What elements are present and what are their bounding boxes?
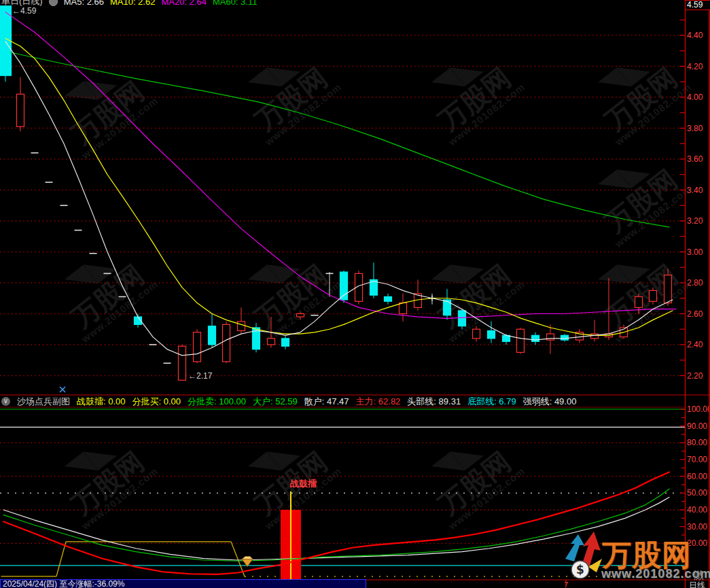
price-axis-label: 3.40 xyxy=(687,186,709,194)
high-price-annotation: ←4.59 xyxy=(12,6,36,16)
candle-up xyxy=(400,303,407,314)
candle-up xyxy=(591,334,599,339)
price-axis-label: 4.40 xyxy=(687,31,709,39)
chart-canvas xyxy=(0,0,710,588)
price-axis-label: 3.00 xyxy=(687,248,709,256)
price-marker-box: 4.59 xyxy=(685,0,710,10)
signal-label: 战鼓擂 xyxy=(290,478,317,490)
sub-axis-label: 100.00 xyxy=(687,405,709,413)
candle-up xyxy=(650,290,657,301)
candle-up xyxy=(517,329,525,352)
price-axis-label: 2.80 xyxy=(687,279,709,287)
trading-app-window: ◥◣万股网www.201082.com◥◣万股网www.201082.com◥◣… xyxy=(0,0,710,588)
indicator-name: 沙场点兵副图 xyxy=(17,396,70,407)
candle-up xyxy=(223,324,230,362)
collapse-chevron-icon[interactable]: ∨ xyxy=(1,397,10,406)
ma20-legend: MA20: 2.64 xyxy=(161,0,207,7)
candle-down xyxy=(561,335,569,340)
ma10-legend: MA10: 2.62 xyxy=(110,0,156,7)
diamond-icon xyxy=(242,556,253,559)
ma60-legend: MA60: 3.11 xyxy=(213,0,258,7)
svg-text:$: $ xyxy=(576,563,584,576)
candle-down xyxy=(459,311,466,326)
low-price-annotation: ←2.17 xyxy=(188,371,212,381)
price-axis-label: 2.40 xyxy=(687,341,709,349)
price-axis-label: 2.20 xyxy=(687,372,709,380)
price-axis-label: 3.60 xyxy=(687,155,709,163)
price-axis-label: 4.00 xyxy=(687,93,709,101)
main-chart-header: 单日(日线) MA5: 2.66 MA10: 2.62 MA20: 2.64 M… xyxy=(1,0,257,7)
price-axis-label: 4.20 xyxy=(687,63,709,71)
candle-down xyxy=(282,339,289,346)
sub-axis-label: 70.00 xyxy=(687,455,709,464)
candle-down xyxy=(488,331,495,339)
status-bar: 2025/04/24(四) 至今涨幅:-36.09% xyxy=(0,579,366,588)
candle-up xyxy=(238,322,245,331)
ma-line-MA5 xyxy=(5,41,673,356)
candle-up xyxy=(664,275,672,303)
field-toubuxian: 头部线: 89.31 xyxy=(407,396,461,407)
sub-axis-label: 60.00 xyxy=(687,472,709,481)
sub-axis-label: 90.00 xyxy=(687,422,709,430)
ma-line-MA60 xyxy=(10,52,669,227)
field-fenpimai2: 分批卖: 100.00 xyxy=(188,396,246,407)
site-logo: $ 万股网 www.201082.com xyxy=(556,529,695,583)
sub-axis-label: 50.00 xyxy=(687,489,709,497)
candle-up xyxy=(473,329,480,339)
sub-axis-label: 80.00 xyxy=(687,438,709,447)
sub-axis-label: 40.00 xyxy=(687,506,709,514)
candle-down xyxy=(444,300,451,315)
field-dibuxian: 底部线: 6.79 xyxy=(467,396,516,407)
candle-up xyxy=(635,296,643,307)
candle-up xyxy=(297,314,304,317)
camera-icon[interactable] xyxy=(49,0,58,6)
field-qiangruoxian: 强弱线: 49.00 xyxy=(523,396,577,407)
price-axis-label: 2.60 xyxy=(687,310,709,318)
candle-down xyxy=(209,326,216,345)
candle-up xyxy=(194,332,201,362)
candle-down xyxy=(385,296,392,301)
ma5-legend: MA5: 2.66 xyxy=(64,0,104,7)
field-dahu: 大户: 52.59 xyxy=(253,396,298,407)
candle-down xyxy=(532,335,539,341)
candle-up xyxy=(179,346,186,380)
candle-up xyxy=(17,94,24,126)
ma-line-MA10 xyxy=(5,39,673,336)
period-selector[interactable]: 日线 xyxy=(689,580,705,588)
field-zhuli: 主力: 62.82 xyxy=(356,396,401,407)
field-sanhu: 散户: 47.47 xyxy=(304,396,349,407)
price-axis-label: 3.80 xyxy=(687,124,709,133)
field-zhangulei: 战鼓擂: 0.00 xyxy=(77,396,126,407)
sub-indicator-header: ∨ 沙场点兵副图 战鼓擂: 0.00 分批买: 0.00 分批卖: 100.00… xyxy=(1,396,576,407)
price-axis-label: 3.20 xyxy=(687,217,709,225)
field-fenpimai: 分批买: 0.00 xyxy=(132,396,181,407)
candle-up xyxy=(268,339,275,345)
